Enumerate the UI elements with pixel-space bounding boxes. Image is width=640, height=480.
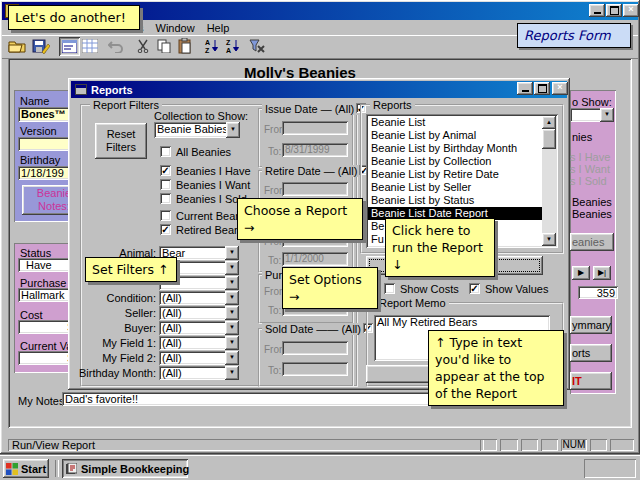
list-item[interactable]: Beanie List by Collection: [368, 155, 542, 168]
chevron-down-icon[interactable]: ▼: [225, 306, 239, 320]
restore-button[interactable]: [606, 4, 622, 17]
remove-filter-button[interactable]: [249, 38, 265, 54]
check-beanies-i-want[interactable]: Beanies I Want: [160, 179, 250, 191]
collection-label: Collection to Show:: [154, 110, 248, 122]
my-notes-label: My Notes:: [18, 395, 68, 407]
menu-window[interactable]: Window: [150, 20, 201, 35]
panel-line-1: nies: [572, 131, 592, 143]
checkbox[interactable]: ✓: [160, 165, 171, 176]
callout-choose-a-report: Choose a Report →: [237, 198, 363, 240]
screen: Simple Bookkeeping × s Window Help AZ ZA: [0, 0, 640, 480]
birthday-month-combo[interactable]: (All)▼: [159, 366, 239, 380]
show-combo[interactable]: ▼: [570, 108, 614, 122]
version-label: Version: [20, 125, 57, 137]
list-item[interactable]: Beanie List by Status: [368, 194, 542, 207]
panel-line-5: Beanies: [572, 196, 612, 208]
checkbox[interactable]: ✓: [469, 283, 480, 294]
checkbox[interactable]: ✓: [160, 224, 171, 235]
datasheet-view-button[interactable]: [82, 39, 98, 53]
open-button[interactable]: [8, 38, 26, 54]
undo-icon: [108, 39, 124, 53]
chevron-down-icon[interactable]: ▼: [225, 351, 239, 365]
my-field-1-combo[interactable]: (All)▼: [159, 336, 239, 350]
condition-combo[interactable]: (All)▼: [159, 291, 239, 305]
filter-row-my-field-1: My Field 1:(All)▼: [72, 336, 239, 350]
checkbox[interactable]: [384, 283, 395, 294]
seller-combo[interactable]: (All)▼: [159, 306, 239, 320]
dialog-maximize-button[interactable]: [534, 82, 550, 95]
chevron-down-icon[interactable]: ▼: [225, 366, 239, 380]
buyer-combo[interactable]: (All)▼: [159, 321, 239, 335]
last-record-button[interactable]: ▶|: [593, 266, 611, 280]
scroll-down-icon[interactable]: ▼: [542, 233, 556, 246]
reports-button[interactable]: orts: [570, 344, 612, 362]
check-beanies-i-sold[interactable]: Beanies I Sold: [160, 193, 247, 205]
dialog-title: Reports: [91, 84, 133, 96]
checkbox[interactable]: [160, 193, 171, 204]
list-item[interactable]: Beanie List by Animal: [368, 129, 542, 142]
check-all-beanies[interactable]: All Beanies: [160, 146, 231, 158]
dialog-titlebar: Reports ×: [71, 81, 567, 98]
chevron-down-icon[interactable]: ▼: [225, 246, 239, 260]
save-design-button[interactable]: [32, 38, 50, 54]
next-record-button[interactable]: ▶: [572, 266, 590, 280]
paste-button[interactable]: [178, 38, 192, 54]
list-item[interactable]: Beanie List by Seller: [368, 181, 542, 194]
issue-to-field[interactable]: 8/31/1999: [282, 143, 348, 157]
task-button-simple-bookkeeping[interactable]: Simple Bookkeeping: [62, 459, 188, 478]
show-costs-check[interactable]: Show Costs: [384, 283, 459, 295]
my-field-2-combo[interactable]: (All)▼: [159, 351, 239, 365]
exit-button[interactable]: IT: [570, 372, 612, 390]
svg-text:Z: Z: [205, 47, 210, 54]
show-values-check[interactable]: ✓Show Values: [469, 283, 548, 295]
svg-text:A: A: [226, 47, 231, 54]
chevron-down-icon[interactable]: ▼: [225, 336, 239, 350]
num-lock-indicator: NUM: [561, 439, 587, 451]
chevron-down-icon[interactable]: ▼: [225, 276, 239, 290]
dialog-minimize-button[interactable]: [517, 82, 533, 95]
list-item[interactable]: Beanie List by Birthday Month: [368, 142, 542, 155]
chevron-down-icon[interactable]: ▼: [225, 321, 239, 335]
beanies-button[interactable]: eanies: [570, 233, 614, 251]
dialog-icon: [75, 84, 87, 95]
list-item[interactable]: Beanie List by Retire Date: [368, 168, 542, 181]
filter-row-seller: Seller:(All)▼: [72, 306, 239, 320]
sold-to-field[interactable]: [282, 362, 348, 376]
check-beanies-i-have[interactable]: ✓Beanies I Have: [160, 165, 251, 177]
sort-ascending-button[interactable]: AZ: [204, 38, 220, 54]
copy-button[interactable]: [157, 39, 171, 53]
start-button[interactable]: Start: [3, 459, 49, 478]
chevron-down-icon[interactable]: ▼: [600, 108, 614, 122]
menu-help[interactable]: Help: [201, 20, 236, 35]
scroll-thumb[interactable]: [542, 129, 556, 149]
dialog-bottom-button[interactable]: [366, 365, 434, 383]
cut-button[interactable]: [136, 39, 150, 53]
retire-from-field[interactable]: [282, 182, 348, 196]
callout-click-here-run: Click here to run the Report ↓: [385, 218, 495, 277]
form-view-button[interactable]: [59, 37, 80, 56]
issue-from-field[interactable]: [282, 121, 348, 135]
sold-date-label: Sold Date —— (All): [265, 323, 361, 335]
checkbox[interactable]: [160, 210, 171, 221]
report-filters-label: Report Filters: [90, 99, 162, 111]
scrollbar[interactable]: ▲ ▼: [542, 116, 556, 246]
name-label: Name: [20, 95, 49, 107]
checkbox[interactable]: [160, 179, 171, 190]
close-button[interactable]: ×: [623, 4, 639, 17]
minimize-button[interactable]: [589, 4, 605, 17]
checkbox[interactable]: [160, 146, 171, 157]
list-item[interactable]: Beanie List: [368, 116, 542, 129]
birthday-to-field[interactable]: 1/1/2000: [282, 252, 348, 266]
statusbar-cell: [521, 439, 538, 451]
chevron-down-icon[interactable]: ▼: [225, 261, 239, 275]
reset-filters-button[interactable]: Reset Filters: [95, 123, 147, 159]
dialog-close-button[interactable]: ×: [552, 82, 568, 95]
scroll-up-icon[interactable]: ▲: [542, 116, 556, 129]
chevron-down-icon[interactable]: ▼: [226, 122, 240, 138]
summary-button[interactable]: ymmary: [570, 316, 612, 334]
sort-descending-button[interactable]: ZA: [225, 38, 241, 54]
sold-from-field[interactable]: [282, 341, 348, 355]
record-count: 359: [578, 286, 618, 299]
collection-combo[interactable]: Beanie Babies®▼: [154, 122, 240, 138]
chevron-down-icon[interactable]: ▼: [225, 291, 239, 305]
